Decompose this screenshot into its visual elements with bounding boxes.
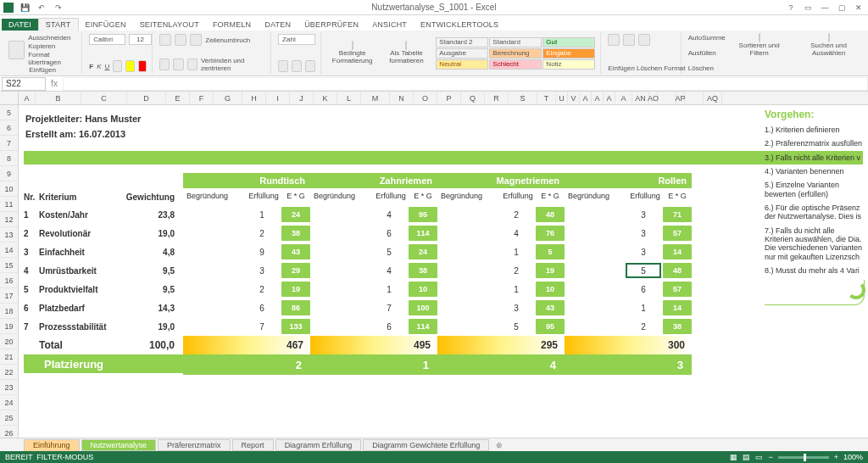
variant-cell[interactable]: 329 xyxy=(183,261,310,280)
align-left-icon[interactable] xyxy=(159,59,170,70)
number-format-select[interactable]: Zahl xyxy=(278,34,315,45)
col-header[interactable]: K xyxy=(314,92,337,104)
new-sheet-button[interactable]: ⊕ xyxy=(491,441,508,449)
tab-file[interactable]: DATEI xyxy=(2,19,38,31)
insert-cell-icon[interactable] xyxy=(608,34,620,46)
variant-cell[interactable]: 314 xyxy=(565,243,692,261)
tab-pagelayout[interactable]: SEITENLAYOUT xyxy=(133,19,206,31)
font-size-select[interactable]: 12 xyxy=(129,34,152,45)
erfuellung-value[interactable]: 6 xyxy=(244,304,280,313)
style-standard[interactable]: Standard xyxy=(489,37,542,47)
style-standard2[interactable]: Standard 2 xyxy=(436,37,488,47)
col-header[interactable]: U xyxy=(556,92,568,104)
col-header[interactable]: L xyxy=(337,92,361,104)
format-painter-button[interactable]: Format übertragen xyxy=(28,51,76,66)
erfuellung-value[interactable]: 6 xyxy=(626,285,661,294)
delete-cell-icon[interactable] xyxy=(623,34,635,46)
font-color-icon[interactable] xyxy=(138,60,147,72)
variant-cell[interactable]: 495 xyxy=(310,205,437,224)
copy-button[interactable]: Kopieren xyxy=(28,42,76,50)
row-header[interactable]: 23 xyxy=(0,380,18,395)
col-header[interactable]: P xyxy=(437,92,461,104)
col-header[interactable]: T xyxy=(537,92,556,104)
col-header[interactable]: AQ xyxy=(704,92,722,104)
cell-styles-gallery[interactable]: Standard 2 Standard Gut Ausgabe Berechnu… xyxy=(436,37,595,70)
erfuellung-value[interactable]: 5 xyxy=(498,322,534,332)
selected-cell[interactable]: 5 xyxy=(626,263,661,278)
variant-cell[interactable]: 524 xyxy=(310,243,437,261)
tab-insert[interactable]: EINFÜGEN xyxy=(79,19,133,31)
erfuellung-value[interactable]: 4 xyxy=(371,210,407,220)
row-header[interactable]: 25 xyxy=(0,410,18,426)
sheet-tab-chart2[interactable]: Diagramm Gewichtete Erfüllung xyxy=(363,439,489,451)
erfuellung-value[interactable]: 6 xyxy=(371,322,407,332)
erfuellung-value[interactable]: 3 xyxy=(626,210,661,220)
col-header[interactable]: E xyxy=(166,92,190,104)
sheet-tab-intro[interactable]: Einführung xyxy=(24,439,80,451)
align-top-icon[interactable] xyxy=(159,34,171,46)
style-good[interactable]: Gut xyxy=(542,37,595,47)
variant-cell[interactable]: 943 xyxy=(183,243,310,261)
col-header[interactable]: M xyxy=(361,92,390,104)
col-header[interactable]: O xyxy=(414,92,437,104)
view-normal-icon[interactable]: ▦ xyxy=(730,453,737,461)
variant-cell[interactable]: 438 xyxy=(310,261,437,280)
col-header[interactable]: AN xyxy=(632,92,649,104)
align-right-icon[interactable] xyxy=(187,59,198,70)
row-header[interactable]: 8 xyxy=(0,151,18,166)
erfuellung-value[interactable]: 1 xyxy=(244,210,280,220)
sheet-tab-chart1[interactable]: Diagramm Erfüllung xyxy=(275,439,362,451)
align-center-icon[interactable] xyxy=(173,59,183,70)
variant-cell[interactable]: 114 xyxy=(565,298,692,317)
row-header[interactable]: 5 xyxy=(0,105,18,120)
col-header[interactable]: A xyxy=(615,92,632,104)
erfuellung-value[interactable]: 9 xyxy=(244,248,280,257)
tab-developer[interactable]: ENTWICKLERTOOLS xyxy=(414,19,505,31)
bold-button[interactable]: F xyxy=(89,63,93,70)
select-all-triangle[interactable] xyxy=(0,92,19,104)
merge-button[interactable]: Verbinden und zentrieren xyxy=(201,57,265,72)
worksheet-grid[interactable]: Projektleiter: Hans Muster Erstellt am: … xyxy=(19,105,868,438)
style-bad[interactable]: Schlecht xyxy=(489,59,542,70)
variant-cell[interactable]: 219 xyxy=(183,280,310,298)
variant-cell[interactable]: 110 xyxy=(310,280,437,298)
sheet-tab-analysis[interactable]: Nutzwertanalyse xyxy=(81,439,157,451)
row-header[interactable]: 15 xyxy=(0,258,18,273)
col-header[interactable]: J xyxy=(290,92,314,104)
erfuellung-value[interactable]: 3 xyxy=(626,229,661,238)
tab-formulas[interactable]: FORMELN xyxy=(206,19,258,31)
row-header[interactable]: 12 xyxy=(0,212,18,227)
underline-button[interactable]: U xyxy=(105,63,110,70)
erfuellung-value[interactable]: 1 xyxy=(498,248,534,257)
col-header[interactable]: B xyxy=(36,92,81,104)
col-header[interactable]: F xyxy=(190,92,214,104)
col-header[interactable]: AO xyxy=(649,92,658,104)
view-layout-icon[interactable]: ▤ xyxy=(743,453,750,461)
comma-icon[interactable] xyxy=(305,60,315,72)
autosum-button[interactable]: AutoSumme xyxy=(688,34,726,42)
view-break-icon[interactable]: ▭ xyxy=(755,453,763,461)
col-header[interactable]: A xyxy=(19,92,36,104)
border-icon[interactable] xyxy=(113,60,122,72)
row-header[interactable]: 16 xyxy=(0,273,18,288)
variant-cell[interactable]: 6114 xyxy=(310,224,437,243)
row-header[interactable]: 6 xyxy=(0,120,18,136)
variant-cell[interactable]: 7100 xyxy=(310,298,437,317)
erfuellung-value[interactable]: 6 xyxy=(371,229,407,238)
erfuellung-value[interactable]: 1 xyxy=(371,285,407,294)
variant-cell[interactable]: 15 xyxy=(437,243,565,261)
col-header[interactable]: C xyxy=(81,92,127,104)
erfuellung-value[interactable]: 2 xyxy=(498,210,534,220)
col-header[interactable]: I xyxy=(266,92,290,104)
tab-review[interactable]: ÜBERPRÜFEN xyxy=(298,19,365,31)
tab-view[interactable]: ANSICHT xyxy=(365,19,414,31)
tab-data[interactable]: DATEN xyxy=(258,19,298,31)
variant-cell[interactable]: 124 xyxy=(183,205,310,224)
style-neutral[interactable]: Neutral xyxy=(436,59,488,70)
col-header[interactable] xyxy=(658,92,676,104)
cut-button[interactable]: Ausschneiden xyxy=(28,34,76,42)
fx-icon[interactable]: fx xyxy=(46,79,63,88)
align-mid-icon[interactable] xyxy=(175,34,186,46)
variant-cell[interactable]: 110 xyxy=(437,280,565,298)
variant-cell[interactable]: 595 xyxy=(437,317,565,336)
